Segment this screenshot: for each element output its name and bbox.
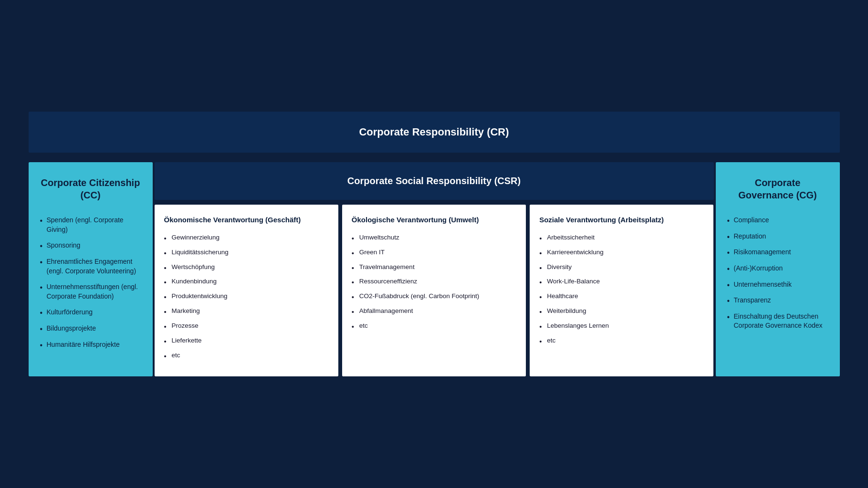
list-item: Sponsoring (40, 241, 141, 250)
list-item: Healthcare (539, 292, 704, 301)
list-item: Risikomanagement (727, 248, 828, 257)
list-item: Spenden (engl. Corporate Giving) (40, 216, 141, 234)
csr-header: Corporate Social Responsibility (CSR) (155, 162, 714, 200)
list-item: Wertschöpfung (164, 263, 329, 272)
list-item: Einschaltung des Deutschen Corporate Gov… (727, 312, 828, 331)
csr-card-2-list: ArbeitssicherheitKarriereentwicklungDive… (539, 233, 704, 345)
list-item: Compliance (727, 216, 828, 225)
list-item: Diversity (539, 263, 704, 272)
list-item: CO2-Fußabdruck (engl. Carbon Footprint) (352, 292, 516, 301)
list-item: Arbeitssicherheit (539, 233, 704, 242)
list-item: Reputation (727, 232, 828, 241)
list-item: Kulturförderung (40, 308, 141, 317)
list-item: Work-Life-Balance (539, 277, 704, 286)
csr-card-1-list: UmweltschutzGreen ITTravelmanagementRess… (352, 233, 516, 331)
list-item: Gewinnerzielung (164, 233, 329, 242)
list-item: Green IT (352, 248, 516, 257)
main-wrapper: Corporate Responsibility (CR) Corporate … (29, 112, 840, 376)
list-item: Transparenz (727, 296, 828, 305)
csr-card-2: Soziale Verantwortung (Arbeitsplatz)Arbe… (530, 205, 713, 376)
cc-list: Spenden (engl. Corporate Giving)Sponsori… (40, 216, 141, 349)
main-header: Corporate Responsibility (CR) (29, 112, 840, 153)
list-item: Produktentwicklung (164, 292, 329, 301)
csr-column: Corporate Social Responsibility (CSR) Ök… (155, 162, 714, 376)
csr-header-title: Corporate Social Responsibility (CSR) (347, 176, 521, 186)
list-item: Ressourceneffizienz (352, 277, 516, 286)
csr-card-0-list: GewinnerzielungLiquiditätssicherungWerts… (164, 233, 329, 360)
content-row: Corporate Citizenship (CC) Spenden (engl… (29, 162, 840, 376)
csr-card-1-title: Ökologische Verantwortung (Umwelt) (352, 215, 516, 225)
csr-card-0-title: Ökonomische Verantwortung (Geschäft) (164, 215, 329, 225)
list-item: Unternehmensstiftungen (engl. Corporate … (40, 282, 141, 301)
list-item: (Anti-)Korruption (727, 264, 828, 273)
list-item: etc (539, 336, 704, 345)
list-item: etc (164, 351, 329, 360)
corporate-governance-column: Corporate Governance (CG) ComplianceRepu… (716, 162, 840, 376)
list-item: Lieferkette (164, 336, 329, 345)
list-item: etc (352, 322, 516, 331)
list-item: Prozesse (164, 322, 329, 331)
list-item: Karriereentwicklung (539, 248, 704, 257)
list-item: Travelmanagement (352, 263, 516, 272)
list-item: Weiterbildung (539, 307, 704, 316)
main-header-title: Corporate Responsibility (CR) (359, 126, 509, 138)
list-item: Ehrenamtliches Engagement (engl. Corpora… (40, 257, 141, 276)
list-item: Umweltschutz (352, 233, 516, 242)
list-item: Lebenslanges Lernen (539, 322, 704, 331)
list-item: Liquiditätssicherung (164, 248, 329, 257)
csr-card-2-title: Soziale Verantwortung (Arbeitsplatz) (539, 215, 704, 225)
cg-list: ComplianceReputationRisikomanagement(Ant… (727, 216, 828, 331)
corporate-citizenship-column: Corporate Citizenship (CC) Spenden (engl… (29, 162, 153, 376)
list-item: Abfallmanagement (352, 307, 516, 316)
list-item: Kundenbindung (164, 277, 329, 286)
cg-title: Corporate Governance (CG) (727, 177, 828, 201)
list-item: Marketing (164, 307, 329, 316)
list-item: Bildungsprojekte (40, 324, 141, 333)
cc-title: Corporate Citizenship (CC) (40, 177, 141, 201)
list-item: Unternehmensethik (727, 280, 828, 290)
csr-cards-row: Ökonomische Verantwortung (Geschäft)Gewi… (155, 205, 714, 376)
list-item: Humanitäre Hilfsprojekte (40, 340, 141, 350)
csr-card-1: Ökologische Verantwortung (Umwelt)Umwelt… (342, 205, 526, 376)
csr-card-0: Ökonomische Verantwortung (Geschäft)Gewi… (155, 205, 338, 376)
